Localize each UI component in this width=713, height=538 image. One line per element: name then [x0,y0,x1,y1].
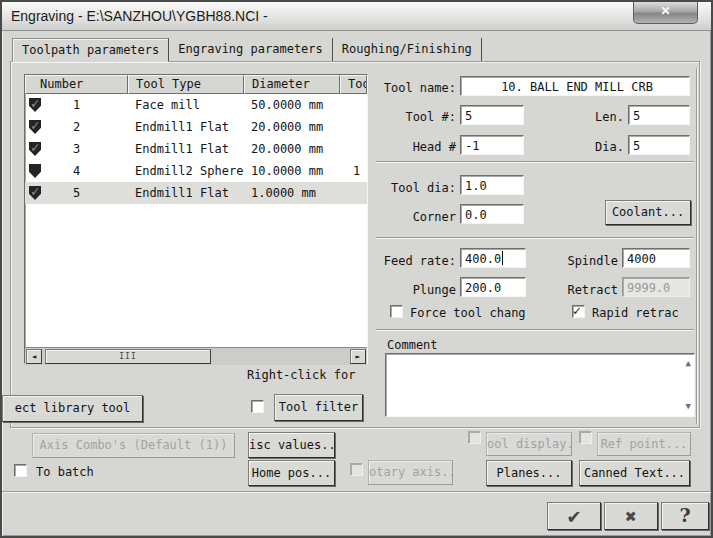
cancel-button[interactable]: ✖ [604,502,658,530]
ref-point-button: Ref point... [597,432,691,456]
window-title: Engraving - E:\SANZHOU\YGBH88.NCI - [11,8,268,24]
help-button[interactable]: ? [661,502,709,530]
to-batch-label: To batch [36,465,126,479]
tool-diameter-label: Tool dia: [380,181,456,195]
cell-diameter: 1.0000 mm [244,182,340,204]
cell-tool [340,94,367,116]
select-library-tool-button[interactable]: ect library tool [2,395,143,422]
scroll-left-icon[interactable]: ◄ [26,349,42,364]
cancel-x-icon: ✖ [625,505,636,527]
cell-tool-type: Face mill [128,94,244,116]
tool-name-label: Tool name: [378,81,456,95]
coolant-button[interactable]: Coolant... [605,200,691,225]
plunge-rate-label: Plunge [376,283,456,297]
force-tool-change-label: Force tool chang [410,306,550,320]
close-icon: ✕ [660,4,670,18]
check-icon: ✓ [31,114,39,136]
cell-tool-type: Endmill1 Flat [128,116,244,138]
column-header-diameter[interactable]: Diameter [244,75,340,94]
comment-label: Comment [387,338,467,352]
rapid-retract-label: Rapid retrac [592,306,712,320]
tab-engraving-parameters[interactable]: Engraving parameters [169,38,333,62]
tool-filter-button[interactable]: Tool filter [274,394,363,421]
title-bar: Engraving - E:\SANZHOU\YGBH88.NCI - [2,2,713,31]
scroll-up-icon[interactable]: ▲ [686,359,691,368]
tool-name-field[interactable]: 10. BALL END MILL CRB [460,76,690,96]
spindle-field[interactable]: 4000 [622,248,690,268]
corner-radius-label: Corner [380,210,456,224]
table-row[interactable]: ✓ 3 Endmill1 Flat 20.0000 mm [25,138,367,160]
cell-tool-type: Endmill1 Flat [128,182,244,204]
misc-values-button[interactable]: isc values.. [248,432,335,458]
cell-tool-type: Endmill2 Sphere [128,160,244,182]
separator [376,161,694,163]
table-row[interactable]: ✓ 1 Face mill 50.0000 mm [25,94,367,116]
tab-toolpath-parameters[interactable]: Toolpath parameters [12,38,169,62]
tool-display-checkbox [468,431,481,444]
plunge-rate-field[interactable]: 200.0 [460,277,526,297]
text-cursor [502,251,503,265]
column-header-tool-type[interactable]: Tool Type [128,75,244,94]
to-batch-checkbox[interactable] [14,464,27,477]
cell-diameter: 20.0000 mm [244,138,340,160]
scroll-right-icon[interactable]: ► [350,349,366,364]
separator [696,68,698,424]
canned-text-button[interactable]: Canned Text... [579,460,690,486]
feed-rate-field[interactable]: 400.0 [460,248,526,268]
check-icon: ✓ [31,180,39,202]
diameter-offset-label: Dia. [562,140,624,154]
tool-number-field[interactable]: 5 [460,105,524,125]
tool-diameter-field[interactable]: 1.0 [460,175,524,195]
force-tool-change-checkbox[interactable] [390,305,403,318]
checkmark-icon: ✔ [568,504,581,528]
tab-strip: Toolpath parameters Engraving parameters… [12,38,482,62]
separator [2,491,713,493]
table-row[interactable]: ✓ 2 Endmill1 Flat 20.0000 mm [25,116,367,138]
column-header-number[interactable]: Number [25,75,128,94]
table-hscrollbar[interactable]: ◄ III ► [25,347,367,365]
scroll-down-icon[interactable]: ▼ [686,402,691,411]
comment-textarea[interactable]: ▲ ▼ [385,353,695,417]
tool-display-button: ool display. [486,432,572,456]
spindle-label: Spindle [558,254,618,268]
engraving-dialog: Engraving - E:\SANZHOU\YGBH88.NCI - ✕ To… [0,0,713,538]
cell-diameter: 10.0000 mm [244,160,340,182]
head-number-label: Head # [380,140,456,154]
cell-tool: 1 [340,160,367,182]
head-number-field[interactable]: -1 [460,135,524,155]
rotary-axis-checkbox [350,463,363,476]
table-row[interactable]: 4 Endmill2 Sphere 10.0000 mm 1 [25,160,367,182]
diameter-offset-field[interactable]: 5 [628,135,690,155]
axis-combos-button: Axis Combo's (Default (1)) [32,433,235,458]
feed-rate-label: Feed rate: [376,254,456,268]
tool-filter-checkbox[interactable] [251,400,264,413]
right-click-hint: Right-click for [247,368,367,382]
scrollbar-thumb[interactable]: III [45,349,211,364]
column-header-tool[interactable]: Tool [340,75,367,94]
corner-radius-field[interactable]: 0.0 [460,204,524,224]
retract-rate-field: 9999.0 [622,277,690,297]
ok-button[interactable]: ✔ [547,502,601,530]
tab-roughing-finishing[interactable]: Roughing/Finishing [333,38,482,62]
question-mark-icon: ? [679,504,690,526]
cell-diameter: 50.0000 mm [244,94,340,116]
separator [376,329,694,331]
cell-tool [340,138,367,160]
ref-point-checkbox [579,431,592,444]
home-pos-button[interactable]: Home pos... [248,460,335,486]
tool-table: Number Tool Type Diameter Tool ✓ 1 Face … [24,74,368,364]
table-row-selected[interactable]: ✓ 5 Endmill1 Flat 1.0000 mm [25,182,367,204]
check-icon: ✓ [31,92,39,114]
planes-button[interactable]: Planes... [486,460,572,486]
check-icon: ✓ [31,136,39,158]
separator [376,237,694,239]
rotary-axis-button: otary axis.. [368,460,453,485]
length-offset-field[interactable]: 5 [628,105,690,125]
tool-number-label: Tool #: [380,110,456,124]
cell-tool-type: Endmill1 Flat [128,138,244,160]
cell-diameter: 20.0000 mm [244,116,340,138]
length-offset-label: Len. [562,110,624,124]
rapid-retract-checkbox[interactable] [572,305,585,318]
cell-tool [340,116,367,138]
close-button[interactable]: ✕ [633,2,698,24]
